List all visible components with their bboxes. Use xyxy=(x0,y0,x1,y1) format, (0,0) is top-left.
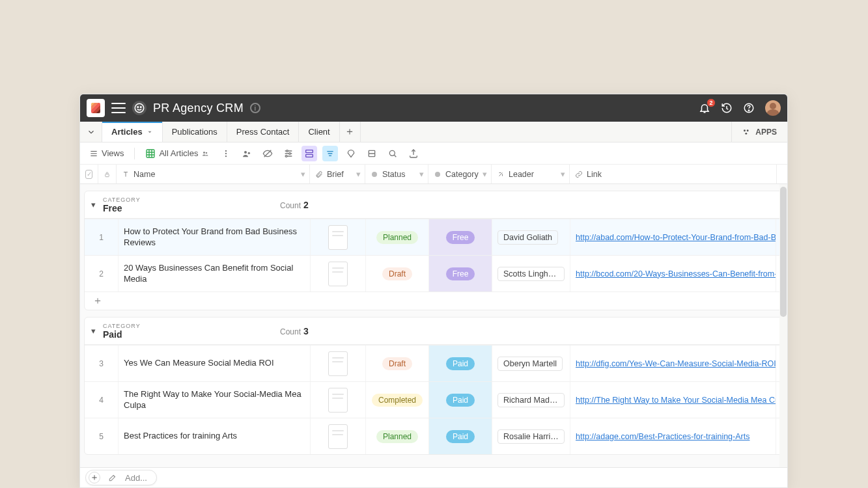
row-height-icon[interactable] xyxy=(364,146,380,161)
link[interactable]: http://abad.com/How-to-Protect-Your-Bran… xyxy=(576,233,776,242)
add-record-chip[interactable]: ＋ Add... xyxy=(85,470,157,485)
tabs-expand-button[interactable] xyxy=(80,122,102,142)
view-name-button[interactable]: All Articles xyxy=(141,146,213,161)
export-icon[interactable] xyxy=(406,146,421,161)
cell-status[interactable]: Planned xyxy=(366,219,429,255)
cell-category[interactable]: Paid xyxy=(429,346,492,381)
cell-name[interactable]: How to Protect Your Brand from Bad Busin… xyxy=(119,219,311,255)
add-row-button[interactable]: ＋ xyxy=(85,291,783,310)
chevron-down-icon[interactable]: ▾ xyxy=(301,169,305,179)
cell-category[interactable]: Paid xyxy=(429,418,492,454)
share-icon[interactable] xyxy=(239,146,255,161)
link[interactable]: http://The Right Way to Make Your Social… xyxy=(576,396,776,405)
info-icon[interactable]: i xyxy=(250,103,260,113)
cell-name[interactable]: Best Practices for training Arts xyxy=(119,418,311,454)
tab-publications[interactable]: Publications xyxy=(163,122,227,142)
select-all-checkbox[interactable]: ✓ xyxy=(80,165,98,183)
cell-category[interactable]: Paid xyxy=(429,382,492,418)
cell-leader[interactable]: Rosalie Harringt… xyxy=(492,418,570,454)
table-row[interactable]: 5 Best Practices for training Arts Plann… xyxy=(85,418,783,454)
user-avatar[interactable] xyxy=(765,100,781,116)
table-row[interactable]: 2 20 Ways Businesses Can Benefit from So… xyxy=(85,255,783,291)
help-icon[interactable] xyxy=(743,102,755,114)
chevron-down-icon[interactable]: ▾ xyxy=(483,169,487,179)
sort-icon[interactable] xyxy=(322,146,338,161)
cell-category[interactable]: Free xyxy=(429,219,492,255)
add-tab-button[interactable]: ＋ xyxy=(340,122,361,142)
cell-brief[interactable] xyxy=(311,346,366,381)
cell-name[interactable]: The Right Way to Make Your Social-Media … xyxy=(119,382,311,418)
attachment-thumb[interactable] xyxy=(328,225,348,250)
cell-brief[interactable] xyxy=(311,219,366,255)
attachment-thumb[interactable] xyxy=(328,424,348,449)
notification-count-badge: 2 xyxy=(707,98,716,107)
cell-leader[interactable]: Scotts Lingham xyxy=(492,256,570,291)
tab-label: Publications xyxy=(172,127,217,137)
column-category[interactable]: Category ▾ xyxy=(428,165,492,183)
svg-point-41 xyxy=(435,172,440,177)
attachment-thumb[interactable] xyxy=(328,262,348,286)
collapse-icon[interactable]: ▾ xyxy=(91,200,99,210)
attachment-thumb[interactable] xyxy=(328,388,348,413)
cell-name[interactable]: Yes We Can Measure Social Media ROI xyxy=(119,346,311,381)
chevron-down-icon[interactable]: ▾ xyxy=(356,169,361,179)
cell-category[interactable]: Free xyxy=(429,256,492,291)
svg-rect-11 xyxy=(147,150,154,157)
notifications-button[interactable]: 2 xyxy=(699,102,710,114)
cell-brief[interactable] xyxy=(311,382,366,418)
cell-link[interactable]: http://The Right Way to Make Your Social… xyxy=(570,382,776,418)
column-name[interactable]: Name ▾ xyxy=(117,165,310,183)
group-icon[interactable] xyxy=(301,146,317,161)
cell-status[interactable]: Planned xyxy=(366,418,429,454)
cell-status[interactable]: Draft xyxy=(366,256,429,291)
collapse-icon[interactable]: ▾ xyxy=(91,326,99,336)
cell-brief[interactable] xyxy=(311,256,366,291)
chevron-down-icon[interactable]: ▾ xyxy=(561,169,565,179)
vertical-scrollbar[interactable] xyxy=(779,184,787,467)
apps-button[interactable]: APPS xyxy=(731,122,787,142)
attachment-thumb[interactable] xyxy=(328,351,348,376)
hamburger-menu-icon[interactable] xyxy=(111,103,126,113)
cell-brief[interactable] xyxy=(311,418,366,454)
table-row[interactable]: 3 Yes We Can Measure Social Media ROI Dr… xyxy=(85,345,783,381)
group-header[interactable]: ▾ CATEGORY Free Count2 xyxy=(85,191,783,219)
svg-point-29 xyxy=(286,155,288,157)
color-icon[interactable] xyxy=(343,146,359,161)
more-icon[interactable] xyxy=(218,146,234,161)
column-brief[interactable]: Brief ▾ xyxy=(310,165,365,183)
app-logo[interactable] xyxy=(87,99,105,117)
views-button[interactable]: Views xyxy=(85,146,128,161)
tab-press-contact[interactable]: Press Contact xyxy=(227,122,300,142)
group-card: ▾ CATEGORY Free Count2 1 How to Protect … xyxy=(84,191,783,310)
chevron-down-icon[interactable]: ▾ xyxy=(419,169,424,179)
history-icon[interactable] xyxy=(721,102,733,114)
search-icon[interactable] xyxy=(385,146,400,161)
cell-link[interactable]: http://adage.com/Best-Practices-for-trai… xyxy=(570,418,776,454)
link[interactable]: http://adage.com/Best-Practices-for-trai… xyxy=(576,432,749,441)
grid-body[interactable]: ▾ CATEGORY Free Count2 1 How to Protect … xyxy=(80,184,787,468)
svg-point-22 xyxy=(248,152,250,154)
hide-fields-icon[interactable] xyxy=(260,146,275,161)
column-leader[interactable]: Leader ▾ xyxy=(492,165,570,183)
cell-status[interactable]: Draft xyxy=(366,346,429,381)
tab-client[interactable]: Client xyxy=(299,122,339,142)
apps-label: APPS xyxy=(755,128,777,137)
cell-leader[interactable]: Oberyn Martell xyxy=(492,346,570,381)
workspace-icon[interactable] xyxy=(132,101,147,115)
cell-name[interactable]: 20 Ways Businesses Can Benefit from Soci… xyxy=(119,256,311,291)
cell-status[interactable]: Completed xyxy=(366,382,429,418)
link[interactable]: http://bcod.com/20-Ways-Businesses-Can-B… xyxy=(576,269,776,278)
column-link[interactable]: Link xyxy=(570,165,777,183)
group-header[interactable]: ▾ CATEGORY Paid Count3 xyxy=(85,318,783,345)
cell-link[interactable]: http://dfig.com/Yes-We-Can-Measure-Socia… xyxy=(570,346,776,381)
cell-leader[interactable]: Richard Madden xyxy=(492,382,570,418)
link[interactable]: http://dfig.com/Yes-We-Can-Measure-Socia… xyxy=(576,359,776,368)
cell-leader[interactable]: David Goliath xyxy=(492,219,570,255)
tab-articles[interactable]: Articles xyxy=(102,122,163,142)
table-row[interactable]: 4 The Right Way to Make Your Social-Medi… xyxy=(85,381,783,418)
filter-icon[interactable] xyxy=(281,146,296,161)
cell-link[interactable]: http://abad.com/How-to-Protect-Your-Bran… xyxy=(570,219,776,255)
column-status[interactable]: Status ▾ xyxy=(365,165,428,183)
cell-link[interactable]: http://bcod.com/20-Ways-Businesses-Can-B… xyxy=(570,256,776,291)
table-row[interactable]: 1 How to Protect Your Brand from Bad Bus… xyxy=(85,219,783,255)
